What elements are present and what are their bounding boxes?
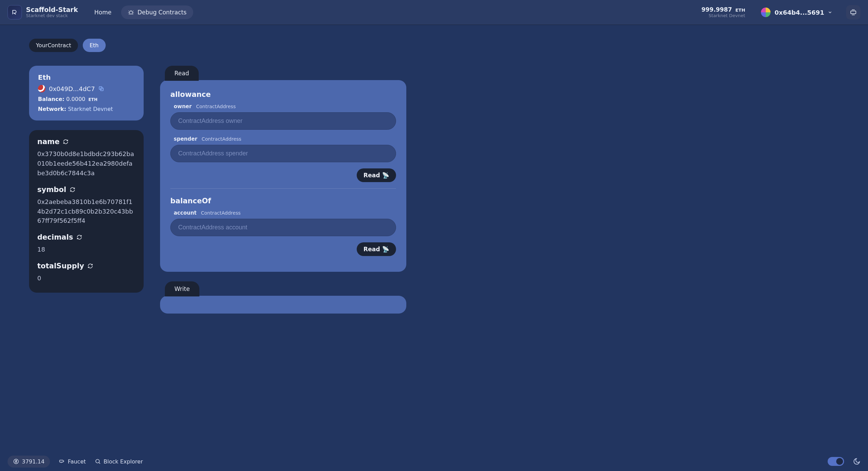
svg-point-6 [96, 459, 100, 463]
brand-logo-icon [8, 5, 22, 20]
contract-balance-unit: ETH [89, 97, 97, 102]
main-nav: Home Debug Contracts [91, 5, 194, 19]
dollar-icon [13, 458, 19, 464]
chevron-down-icon [828, 10, 832, 15]
state-decimals-label: decimals [37, 233, 73, 241]
wallet-balance-unit: ETH [735, 8, 745, 13]
write-section-tab[interactable]: Write [165, 281, 199, 296]
brand: Scaffold-Stark Starknet dev stack [8, 5, 78, 20]
arg-spender-name: spender [174, 136, 197, 142]
eth-price-pill[interactable]: 3791.14 [8, 456, 50, 468]
state-name-value: 0x3730b0d8e1bdbdc293b62ba010b1eede56b412… [37, 149, 135, 178]
contract-state-card: name 0x3730b0d8e1bdbdc293b62ba010b1eede5… [29, 130, 144, 293]
contract-tab-eth[interactable]: Eth [83, 39, 106, 52]
wallet-balance-amount: 999.9987 [701, 6, 732, 13]
network-label: Network [38, 106, 64, 112]
fn-allowance-title: allowance [170, 90, 396, 99]
nav-debug-label: Debug Contracts [137, 9, 186, 16]
faucet-link[interactable]: Faucet [59, 458, 86, 465]
faucet-icon [59, 458, 65, 464]
theme-toggle[interactable] [828, 457, 844, 466]
contract-network: Starknet Devnet [68, 106, 113, 112]
fn-allowance: allowance owner ContractAddress spender [170, 88, 396, 188]
read-panel: allowance owner ContractAddress spender [160, 80, 406, 272]
fn-balanceof: balanceOf account ContractAddress Read 📡 [170, 188, 396, 262]
qr-scan-icon [850, 9, 857, 16]
state-decimals-value: 18 [37, 245, 135, 254]
refresh-icon[interactable] [63, 139, 68, 144]
nav-debug-contracts[interactable]: Debug Contracts [121, 5, 193, 19]
svg-rect-5 [60, 460, 63, 462]
arg-account-name: account [174, 210, 197, 216]
state-name-label: name [37, 138, 60, 146]
wallet-balance[interactable]: 999.9987 ETH Starknet Devnet [701, 6, 745, 18]
nav-home[interactable]: Home [91, 6, 115, 18]
write-panel [160, 296, 406, 314]
contract-tab-yourcontract[interactable]: YourContract [29, 39, 78, 52]
bug-icon [128, 9, 134, 15]
brand-title: Scaffold-Stark [26, 6, 78, 14]
state-symbol-label: symbol [37, 186, 66, 194]
wallet-account-button[interactable]: 0x64b4...5691 [757, 5, 836, 20]
contract-address: 0x049D...4dC7 [49, 85, 95, 92]
contract-name: Eth [38, 73, 135, 81]
copy-address-button[interactable] [98, 86, 104, 92]
wallet-qr-button[interactable] [846, 5, 860, 20]
arg-spender-type: ContractAddress [202, 136, 241, 142]
block-explorer-link[interactable]: Block Explorer [95, 458, 143, 465]
contract-avatar-icon [38, 85, 45, 92]
read-balanceof-button[interactable]: Read 📡 [357, 242, 396, 256]
moon-icon [853, 458, 860, 465]
arg-owner-name: owner [174, 103, 192, 110]
read-allowance-button[interactable]: Read 📡 [357, 168, 396, 182]
refresh-icon[interactable] [88, 263, 93, 269]
wallet-avatar-icon [760, 7, 771, 18]
arg-owner-type: ContractAddress [196, 104, 236, 109]
arg-spender-input[interactable] [170, 145, 396, 162]
page-body: YourContract Eth Eth 0x049D...4dC7 [0, 25, 868, 471]
svg-rect-1 [851, 11, 856, 14]
wallet-network: Starknet Devnet [701, 13, 745, 18]
contract-info-card: Eth 0x049D...4dC7 Balance: 0.0000 [29, 66, 144, 120]
state-totalsupply-label: totalSupply [37, 262, 84, 270]
contract-tabs: YourContract Eth [29, 39, 844, 52]
contract-balance: 0.0000 [66, 96, 86, 102]
refresh-icon[interactable] [77, 234, 82, 240]
arg-account-type: ContractAddress [201, 210, 241, 216]
svg-point-0 [130, 11, 133, 14]
fn-balanceof-title: balanceOf [170, 197, 396, 205]
refresh-icon[interactable] [70, 187, 75, 192]
wallet-address-short: 0x64b4...5691 [775, 9, 824, 16]
state-symbol-value: 0x2aebeba3810b1e6b70781f14b2d72c1cb89c0b… [37, 197, 135, 226]
read-section-tab[interactable]: Read [165, 66, 199, 81]
state-totalsupply-value: 0 [37, 273, 135, 283]
search-icon [95, 458, 101, 464]
balance-label: Balance: [38, 96, 64, 102]
arg-account-input[interactable] [170, 219, 396, 236]
app-header: Scaffold-Stark Starknet dev stack Home D… [0, 0, 868, 25]
eth-price-value: 3791.14 [22, 458, 44, 465]
brand-subtitle: Starknet dev stack [26, 13, 78, 18]
arg-owner-input[interactable] [170, 112, 396, 130]
